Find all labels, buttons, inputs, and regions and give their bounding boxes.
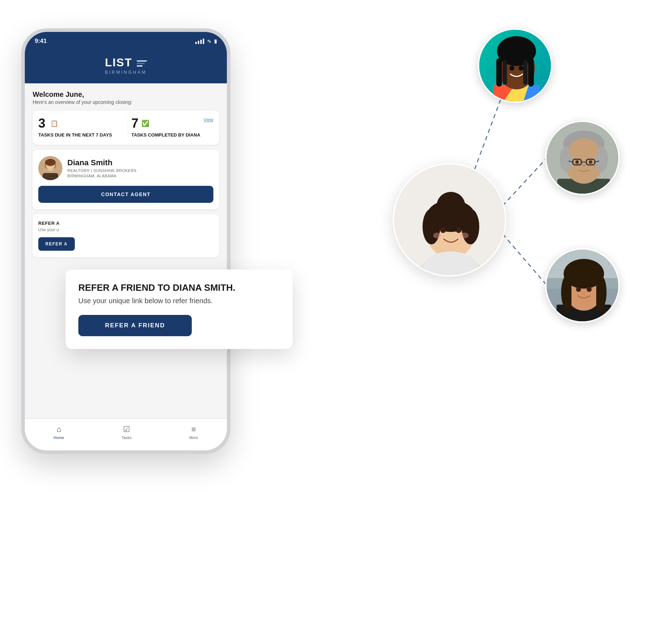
svg-rect-35 — [528, 58, 534, 87]
svg-point-65 — [561, 276, 571, 308]
tasks-due-number: 3 — [38, 117, 45, 130]
tab-bar: ⌂ Home ☑ Tasks ≡ More — [25, 418, 227, 450]
popup-title: REFER A FRIEND TO DIANA SMITH. — [78, 282, 280, 293]
agent-info: Diana Smith REALTOR® | SUNSHINE BROKERS … — [38, 156, 213, 180]
phone-content: Welcome June, Here's an overview of your… — [25, 83, 227, 448]
logo-lines-icon — [137, 60, 147, 67]
checkmark-icon: ✅ — [141, 120, 149, 127]
popup-refer-button[interactable]: REFER A FRIEND — [78, 315, 192, 336]
center-person-photo — [394, 165, 506, 277]
young-woman-photo — [547, 250, 620, 323]
tab-more-label: More — [189, 435, 198, 440]
refer-title: REFER A — [38, 221, 213, 226]
status-icons: ∿ ▮ — [195, 38, 217, 44]
battery-icon: ▮ — [214, 38, 217, 44]
connection-lines-svg — [329, 0, 648, 644]
svg-point-24 — [460, 233, 469, 238]
svg-line-10 — [503, 158, 547, 206]
welcome-greeting: Welcome June, — [33, 90, 219, 99]
svg-point-53 — [575, 160, 579, 164]
older-man-photo — [547, 122, 620, 195]
calendar-icon: 📋 — [50, 120, 58, 127]
app-header: LIST BIRMINGHAM — [25, 50, 227, 83]
tasks-completed-label: TASKS COMPLETED BY DIANA — [132, 132, 214, 138]
agent-title: REALTOR® | SUNSHINE BROKERS — [67, 168, 136, 173]
tasks-card: 3 📋 TASKS DUE IN THE NEXT 7 DAYS 7 ✅ Vie… — [33, 111, 219, 145]
popup-sub: Use your unique link below to refer frie… — [78, 297, 280, 305]
svg-point-20 — [427, 200, 475, 232]
person-young-woman-avatar — [545, 248, 620, 323]
refer-button-small[interactable]: REFER A — [38, 237, 75, 251]
logo-subtitle: BIRMINGHAM — [25, 70, 227, 75]
tab-home-label: Home — [54, 435, 64, 440]
svg-rect-6 — [43, 173, 58, 180]
agent-avatar — [38, 156, 62, 180]
tab-home[interactable]: ⌂ Home — [54, 425, 64, 440]
svg-point-23 — [433, 233, 442, 238]
more-tab-icon: ≡ — [191, 425, 196, 434]
svg-point-38 — [519, 66, 524, 71]
svg-point-8 — [45, 159, 56, 166]
agent-location: BIRMINGHAM, ALABAMA — [67, 174, 136, 178]
phone-device: 9:41 ∿ ▮ LIST — [21, 28, 230, 454]
tab-tasks-label: Tasks — [122, 435, 132, 440]
tab-tasks[interactable]: ☑ Tasks — [122, 425, 132, 440]
svg-point-54 — [589, 160, 592, 164]
people-area — [329, 0, 648, 644]
person-teal-avatar — [478, 28, 552, 103]
person-center-avatar — [393, 163, 506, 277]
tasks-due-label: TASKS DUE IN THE NEXT 7 DAYS — [38, 132, 121, 138]
logo-text: LIST — [105, 56, 147, 69]
svg-rect-36 — [523, 60, 527, 85]
svg-point-66 — [597, 276, 607, 308]
refer-sub: Use your u — [38, 227, 213, 232]
view-link[interactable]: View — [203, 117, 213, 122]
svg-point-67 — [576, 287, 581, 292]
tasks-completed-col: 7 ✅ View TASKS COMPLETED BY DIANA — [128, 117, 214, 138]
tab-more[interactable]: ≡ More — [189, 425, 198, 440]
agent-photo — [38, 156, 62, 180]
agent-name: Diana Smith — [67, 158, 136, 167]
status-time: 9:41 — [35, 38, 47, 45]
tasks-due-col: 3 📋 TASKS DUE IN THE NEXT 7 DAYS — [38, 117, 124, 138]
svg-point-37 — [509, 66, 514, 71]
wifi-icon: ∿ — [207, 38, 211, 44]
popup-refer-card: REFER A FRIEND TO DIANA SMITH. Use your … — [66, 270, 292, 349]
welcome-sub: Here's an overview of your upcoming clos… — [33, 99, 219, 105]
refer-card: REFER A Use your u REFER A — [33, 214, 219, 257]
tasks-tab-icon: ☑ — [123, 425, 130, 434]
signal-icon — [195, 39, 204, 44]
svg-line-11 — [503, 234, 547, 285]
teal-person-photo — [479, 30, 552, 103]
agent-card: Diana Smith REALTOR® | SUNSHINE BROKERS … — [33, 150, 219, 209]
home-tab-icon: ⌂ — [56, 425, 61, 434]
phone-shell: 9:41 ∿ ▮ LIST — [21, 28, 230, 454]
agent-details: Diana Smith REALTOR® | SUNSHINE BROKERS … — [67, 158, 136, 178]
svg-point-21 — [440, 227, 446, 233]
person-older-man-avatar — [545, 121, 620, 195]
svg-point-22 — [456, 227, 462, 233]
contact-agent-button[interactable]: CONTACT AGENT — [38, 186, 213, 203]
svg-point-47 — [569, 138, 599, 161]
svg-rect-34 — [503, 60, 507, 85]
tasks-completed-number: 7 — [132, 117, 139, 130]
svg-rect-33 — [496, 58, 502, 87]
app-logo: LIST BIRMINGHAM — [25, 56, 227, 75]
svg-point-69 — [582, 292, 585, 294]
svg-point-68 — [587, 287, 592, 292]
status-bar: 9:41 ∿ ▮ — [25, 32, 227, 50]
